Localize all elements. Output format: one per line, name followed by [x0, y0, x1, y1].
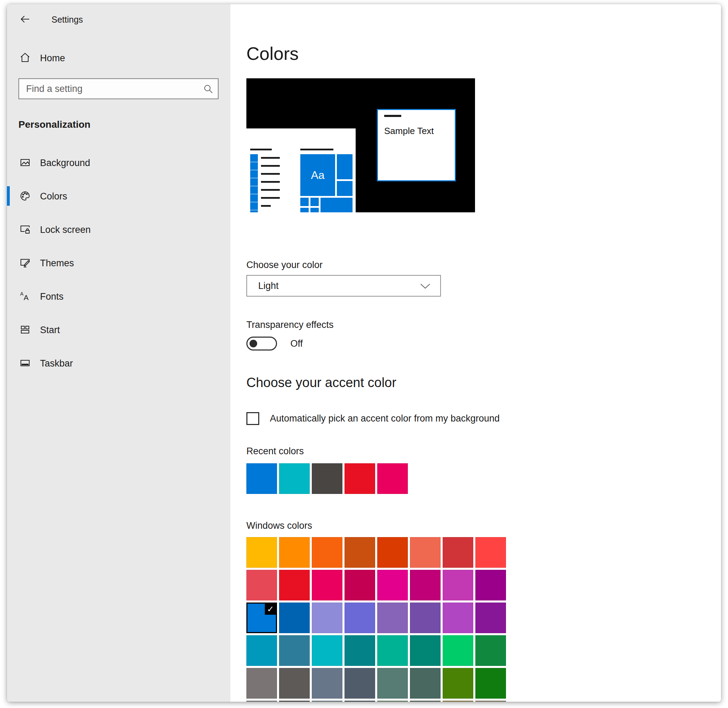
- choose-color-label: Choose your color: [247, 260, 323, 270]
- color-swatch[interactable]: [279, 537, 310, 568]
- color-swatch[interactable]: [279, 463, 310, 494]
- sidebar-item-home[interactable]: Home: [7, 52, 231, 65]
- color-swatch[interactable]: [476, 602, 506, 633]
- sidebar-item-fonts[interactable]: A A Fonts: [7, 286, 231, 306]
- color-swatch[interactable]: [247, 570, 277, 601]
- color-swatch[interactable]: [345, 701, 375, 702]
- color-swatch[interactable]: [345, 537, 375, 568]
- taskbar-icon: [20, 358, 30, 368]
- auto-accent-label: Automatically pick an accent color from …: [270, 412, 499, 425]
- mock-line: [261, 197, 280, 199]
- search-input[interactable]: [19, 79, 200, 99]
- windows-colors-grid-partial: [247, 701, 506, 702]
- sidebar-item-label: Taskbar: [40, 358, 73, 369]
- color-swatch[interactable]: [410, 602, 441, 633]
- color-swatch[interactable]: [377, 537, 408, 568]
- color-swatch[interactable]: [345, 635, 375, 666]
- sidebar-item-start[interactable]: Start: [7, 320, 231, 339]
- color-swatch[interactable]: [345, 602, 375, 633]
- accent-heading: Choose your accent color: [247, 375, 396, 390]
- home-icon: [20, 52, 30, 62]
- sidebar-item-background[interactable]: Background: [7, 153, 231, 172]
- color-swatch[interactable]: [312, 635, 342, 666]
- color-swatch[interactable]: [443, 701, 473, 702]
- color-swatch[interactable]: [410, 635, 441, 666]
- color-swatch[interactable]: [312, 701, 342, 702]
- transparency-row: Off: [247, 337, 303, 351]
- color-swatch[interactable]: [247, 668, 277, 699]
- auto-accent-checkbox[interactable]: [247, 412, 259, 425]
- svg-text:A: A: [24, 293, 29, 302]
- color-swatch[interactable]: [279, 668, 310, 699]
- chevron-down-icon: [420, 283, 431, 289]
- color-swatch[interactable]: [377, 668, 408, 699]
- mock-line: [261, 205, 271, 207]
- main-content: Colors Aa: [231, 4, 721, 702]
- titlebar: Settings: [7, 14, 231, 25]
- color-swatch[interactable]: [279, 570, 310, 601]
- color-swatch[interactable]: [410, 701, 441, 702]
- palette-icon: [20, 191, 30, 201]
- color-swatch[interactable]: [377, 463, 408, 494]
- page-title: Colors: [247, 43, 299, 64]
- mock-tile: [250, 154, 258, 162]
- mock-tile: [250, 178, 258, 186]
- preview-sample-window: Sample Text: [377, 109, 456, 181]
- color-swatch[interactable]: [410, 537, 441, 568]
- color-swatch[interactable]: [476, 635, 506, 666]
- sample-text: Sample Text: [384, 126, 434, 136]
- color-swatch[interactable]: [345, 668, 375, 699]
- color-swatch[interactable]: [279, 701, 310, 702]
- transparency-label: Transparency effects: [247, 319, 334, 330]
- color-swatch[interactable]: [279, 602, 310, 633]
- color-swatch[interactable]: [247, 537, 277, 568]
- color-swatch[interactable]: [410, 570, 441, 601]
- color-swatch[interactable]: [345, 570, 375, 601]
- color-swatch[interactable]: [377, 635, 408, 666]
- mock-tile: [250, 186, 258, 194]
- start-icon: [20, 324, 30, 335]
- color-swatch[interactable]: [247, 701, 277, 702]
- color-swatch[interactable]: [443, 635, 473, 666]
- color-swatch[interactable]: [345, 463, 375, 494]
- color-swatch[interactable]: [443, 537, 473, 568]
- sample-window-titlebar: [384, 115, 401, 117]
- mock-tile: [300, 198, 309, 206]
- windows-colors-grid: ✓: [247, 537, 506, 699]
- svg-text:A: A: [20, 291, 24, 297]
- search-box: [19, 78, 219, 99]
- color-swatch[interactable]: [312, 602, 342, 633]
- color-swatch[interactable]: [377, 570, 408, 601]
- color-swatch[interactable]: [279, 635, 310, 666]
- color-mode-dropdown[interactable]: Light: [247, 275, 441, 297]
- color-swatch[interactable]: [312, 570, 342, 601]
- color-swatch[interactable]: [443, 602, 473, 633]
- color-swatch[interactable]: [247, 635, 277, 666]
- sidebar-item-taskbar[interactable]: Taskbar: [7, 353, 231, 373]
- active-indicator: [7, 186, 10, 206]
- color-swatch[interactable]: [476, 668, 506, 699]
- sidebar-section-label: Personalization: [19, 119, 90, 130]
- app-title: Settings: [52, 15, 83, 24]
- color-swatch[interactable]: [377, 701, 408, 702]
- color-swatch-selected[interactable]: ✓: [247, 602, 277, 633]
- color-swatch[interactable]: [410, 668, 441, 699]
- mock-tile: [337, 154, 352, 179]
- color-swatch[interactable]: [443, 570, 473, 601]
- image-icon: [20, 157, 30, 168]
- sidebar-item-lock-screen[interactable]: Lock screen: [7, 220, 231, 239]
- color-swatch[interactable]: [312, 537, 342, 568]
- sidebar-item-colors[interactable]: Colors: [7, 186, 231, 206]
- sidebar-item-themes[interactable]: Themes: [7, 253, 231, 273]
- transparency-toggle[interactable]: [247, 337, 277, 351]
- color-swatch[interactable]: [476, 701, 506, 702]
- color-swatch[interactable]: [312, 668, 342, 699]
- mock-tile: [337, 181, 352, 196]
- color-swatch[interactable]: [377, 602, 408, 633]
- color-swatch[interactable]: [312, 463, 342, 494]
- color-swatch[interactable]: [247, 463, 277, 494]
- color-swatch[interactable]: [476, 537, 506, 568]
- color-swatch[interactable]: [476, 570, 506, 601]
- back-arrow-icon[interactable]: [20, 14, 30, 25]
- color-swatch[interactable]: [443, 668, 473, 699]
